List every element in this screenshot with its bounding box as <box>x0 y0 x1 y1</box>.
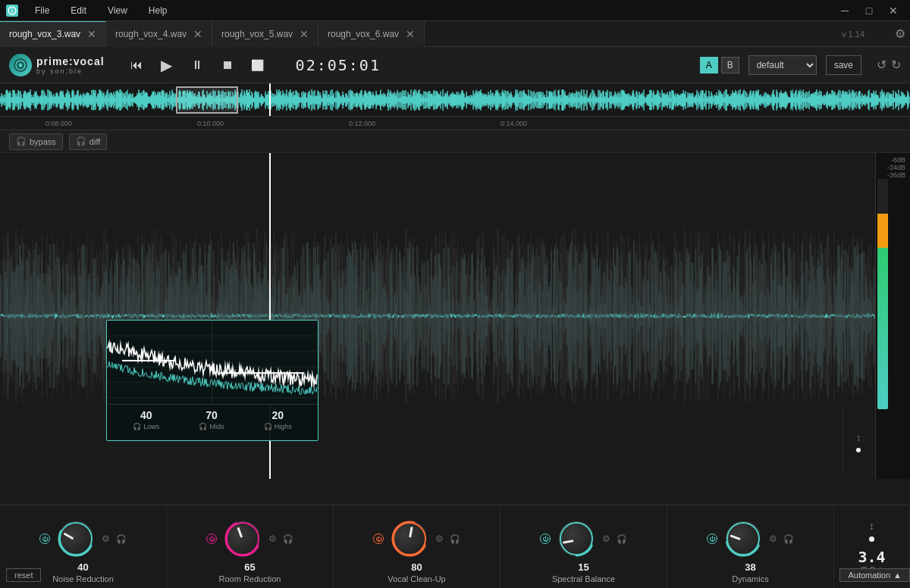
headphone-lows-icon: 🎧 <box>133 423 141 430</box>
tab-close-3[interactable]: ✕ <box>406 28 415 40</box>
label-room-reduction: Room Reduction <box>219 574 281 583</box>
spectrum-inner-canvas <box>107 321 318 404</box>
time-marker-2: 0:12.000 <box>349 120 375 127</box>
a-button[interactable]: A <box>700 57 718 74</box>
rewind-button[interactable]: ⏮ <box>126 55 147 76</box>
headphone-spectral-balance-icon[interactable]: 🎧 <box>617 534 627 544</box>
label-spectral-balance: Spectral Balance <box>552 574 615 583</box>
level-meter-bar <box>877 179 888 409</box>
preset-select[interactable]: default <box>748 55 817 75</box>
module-room-reduction: ⏻ ⚙ 🎧 65 Room Reduction <box>167 505 334 588</box>
power-noise-reduction[interactable]: ⏻ <box>39 533 50 544</box>
headphone-vocal-cleanup-icon[interactable]: 🎧 <box>450 534 460 544</box>
sliders-vocal-cleanup-icon[interactable]: ⚙ <box>435 533 444 544</box>
logo-text: prime:vocal by son;ble <box>36 55 105 75</box>
save-button[interactable]: save <box>826 55 861 75</box>
settings-gear-icon[interactable]: ⚙ <box>895 27 905 41</box>
tab-label-3: rough_vox_6.wav <box>328 29 399 39</box>
power-vocal-cleanup[interactable]: ⏻ <box>373 533 384 544</box>
power-spectral-balance[interactable]: ⏻ <box>540 533 551 544</box>
module-spectral-balance-top: ⏻ ⚙ 🎧 <box>504 519 664 558</box>
loop-button[interactable]: ⬜ <box>247 55 268 76</box>
tab-close-2[interactable]: ✕ <box>300 28 309 40</box>
label-dynamics: Dynamics <box>732 574 768 583</box>
headphone-room-reduction-icon[interactable]: 🎧 <box>283 534 293 544</box>
transport-bar: prime:vocal by son;ble ⏮ ▶ ⏸ ⏹ ⬜ 02:05:0… <box>0 47 910 83</box>
value-spectral-balance: 15 <box>578 561 588 573</box>
automation-button[interactable]: Automation ▲ <box>839 568 910 582</box>
menu-help[interactable]: Help <box>144 4 172 17</box>
headphone-dynamics-icon[interactable]: 🎧 <box>783 534 794 544</box>
tab-1[interactable]: rough_vox_4.wav ✕ <box>106 21 212 47</box>
svg-point-4 <box>19 63 23 67</box>
tab-close-1[interactable]: ✕ <box>193 28 202 40</box>
time-marker-3: 0:14.000 <box>500 120 527 127</box>
knob-room-reduction[interactable] <box>223 519 262 558</box>
level-up-down-icon[interactable]: ↕ <box>869 520 874 532</box>
tab-2[interactable]: rough_vox_5.wav ✕ <box>212 21 318 47</box>
label-noise-reduction: Noise Reduction <box>52 574 114 583</box>
db-scale: -6dB -24dB -36dB ↕ <box>875 153 910 479</box>
meter-green <box>877 248 888 409</box>
knob-noise-reduction[interactable] <box>56 519 96 558</box>
menu-edit[interactable]: Edit <box>66 4 91 17</box>
tab-close-0[interactable]: ✕ <box>87 28 96 40</box>
level-dot-bottom <box>869 536 874 542</box>
undo-button[interactable]: ↺ <box>877 58 886 72</box>
logo-sub: by son;ble <box>36 67 105 75</box>
diff-button[interactable]: 🎧 diff <box>69 133 107 150</box>
bypass-button[interactable]: 🎧 bypass <box>9 133 63 150</box>
menu-file[interactable]: File <box>30 4 54 17</box>
pause-button[interactable]: ⏸ <box>187 55 208 76</box>
minimize-button[interactable]: ─ <box>834 3 855 18</box>
value-room-reduction: 65 <box>244 561 255 573</box>
close-button[interactable]: ✕ <box>883 3 904 18</box>
knob-body-vocal-cleanup[interactable] <box>393 522 426 555</box>
stop-button[interactable]: ⏹ <box>217 55 238 76</box>
knob-dynamics[interactable] <box>723 519 763 558</box>
module-vocal-cleanup-top: ⏻ ⚙ 🎧 <box>337 519 497 558</box>
main-waveform-area[interactable]: -6dB -24dB -36dB ↕ ▼ 40 🎧 Lows <box>0 153 910 479</box>
knob-spectral-balance[interactable] <box>557 519 596 558</box>
title-bar-left: File Edit View Help <box>6 4 172 17</box>
value-dynamics: 38 <box>745 561 755 573</box>
value-noise-reduction: 40 <box>77 561 88 573</box>
label-vocal-cleanup: Vocal Clean-Up <box>388 574 445 583</box>
b-button[interactable]: B <box>721 57 739 74</box>
menu-view[interactable]: View <box>103 4 132 17</box>
meter-yellow <box>877 214 888 249</box>
knob-vocal-cleanup[interactable] <box>390 519 429 558</box>
sliders-spectral-balance-icon[interactable]: ⚙ <box>602 533 610 544</box>
level-slider[interactable]: ↕ <box>843 409 874 476</box>
sliders-noise-reduction-icon[interactable]: ⚙ <box>102 533 110 544</box>
overview-selection[interactable] <box>176 86 238 114</box>
power-room-reduction[interactable]: ⏻ <box>206 533 217 544</box>
tab-bar: rough_vox_3.wav ✕ rough_vox_4.wav ✕ roug… <box>0 21 910 47</box>
sliders-room-reduction-icon[interactable]: ⚙ <box>268 533 277 544</box>
tab-0[interactable]: rough_vox_3.wav ✕ <box>0 21 106 47</box>
knob-body-noise-reduction[interactable] <box>59 522 93 555</box>
waveform-overview[interactable] <box>0 83 910 117</box>
level-dot <box>856 448 861 452</box>
time-marker-0: 0:08.000 <box>46 120 72 127</box>
tab-3[interactable]: rough_vox_6.wav ✕ <box>318 21 425 47</box>
reset-button[interactable]: reset <box>6 568 41 582</box>
mids-value: 70 <box>206 409 218 421</box>
redo-button[interactable]: ↻ <box>891 58 901 72</box>
timebar: 0:08.000 0:10.000 0:12.000 0:14.000 <box>0 117 910 130</box>
db-minus24: -24dB <box>877 164 908 171</box>
playhead-overview <box>269 83 271 117</box>
knob-body-spectral-balance[interactable] <box>560 522 593 555</box>
maximize-button[interactable]: □ <box>858 3 880 18</box>
knob-body-room-reduction[interactable] <box>226 522 259 555</box>
automation-chevron-icon: ▲ <box>893 571 902 580</box>
sliders-dynamics-icon[interactable]: ⚙ <box>769 533 777 544</box>
knob-body-dynamics[interactable] <box>726 522 760 555</box>
headphone-noise-reduction-icon[interactable]: 🎧 <box>116 534 127 544</box>
level-up-icon[interactable]: ↕ <box>856 433 861 443</box>
power-dynamics[interactable]: ⏻ <box>707 533 717 544</box>
play-button[interactable]: ▶ <box>156 55 177 76</box>
highs-label: 🎧 Highs <box>264 423 292 430</box>
time-display: 02:05:01 <box>296 56 381 74</box>
db-minus36: -36dB <box>877 171 908 179</box>
